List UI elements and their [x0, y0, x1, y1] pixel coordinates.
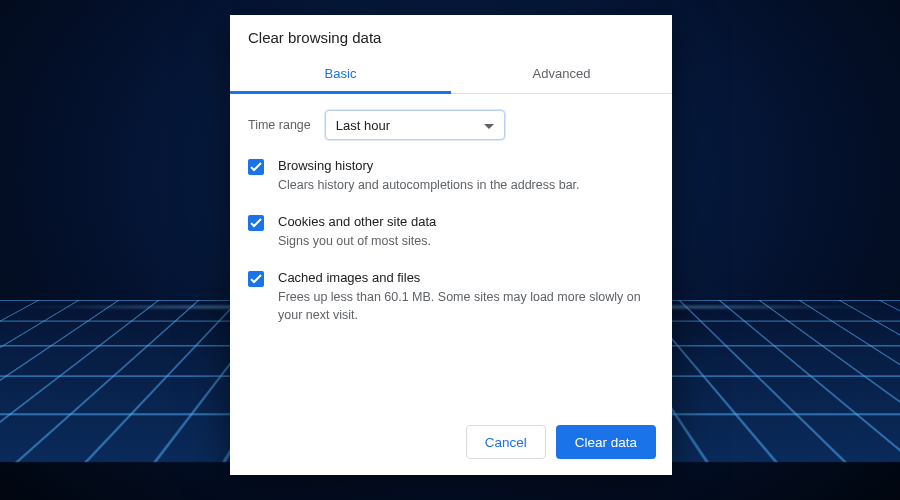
check-icon — [250, 162, 262, 172]
check-icon — [250, 218, 262, 228]
button-label: Cancel — [485, 435, 527, 450]
dialog-title: Clear browsing data — [230, 15, 672, 56]
checkbox-cache[interactable] — [248, 271, 264, 287]
option-title: Cookies and other site data — [278, 214, 654, 229]
tab-basic[interactable]: Basic — [230, 56, 451, 93]
check-icon — [250, 274, 262, 284]
time-range-value: Last hour — [336, 118, 390, 133]
option-desc: Frees up less than 60.1 MB. Some sites m… — [278, 288, 654, 324]
option-title: Cached images and files — [278, 270, 654, 285]
time-range-select[interactable]: Last hour — [325, 110, 505, 140]
option-desc: Clears history and autocompletions in th… — [278, 176, 654, 194]
option-desc: Signs you out of most sites. — [278, 232, 654, 250]
tab-label: Basic — [325, 66, 357, 81]
tab-label: Advanced — [533, 66, 591, 81]
option-cache: Cached images and files Frees up less th… — [248, 270, 654, 324]
background: Clear browsing data Basic Advanced Time … — [0, 0, 900, 500]
option-text: Browsing history Clears history and auto… — [278, 158, 654, 194]
time-range-label: Time range — [248, 118, 311, 132]
option-title: Browsing history — [278, 158, 654, 173]
tab-advanced[interactable]: Advanced — [451, 56, 672, 93]
checkbox-browsing-history[interactable] — [248, 159, 264, 175]
option-text: Cached images and files Frees up less th… — [278, 270, 654, 324]
dialog-body: Time range Last hour Browsing history Cl… — [230, 94, 672, 355]
option-browsing-history: Browsing history Clears history and auto… — [248, 158, 654, 194]
cancel-button[interactable]: Cancel — [466, 425, 546, 459]
button-label: Clear data — [575, 435, 637, 450]
tab-bar: Basic Advanced — [230, 56, 672, 94]
checkbox-cookies[interactable] — [248, 215, 264, 231]
clear-data-button[interactable]: Clear data — [556, 425, 656, 459]
dialog-footer: Cancel Clear data — [230, 413, 672, 475]
option-text: Cookies and other site data Signs you ou… — [278, 214, 654, 250]
time-range-row: Time range Last hour — [248, 110, 654, 140]
option-cookies: Cookies and other site data Signs you ou… — [248, 214, 654, 250]
chevron-down-icon — [484, 118, 494, 133]
clear-browsing-data-dialog: Clear browsing data Basic Advanced Time … — [230, 15, 672, 475]
